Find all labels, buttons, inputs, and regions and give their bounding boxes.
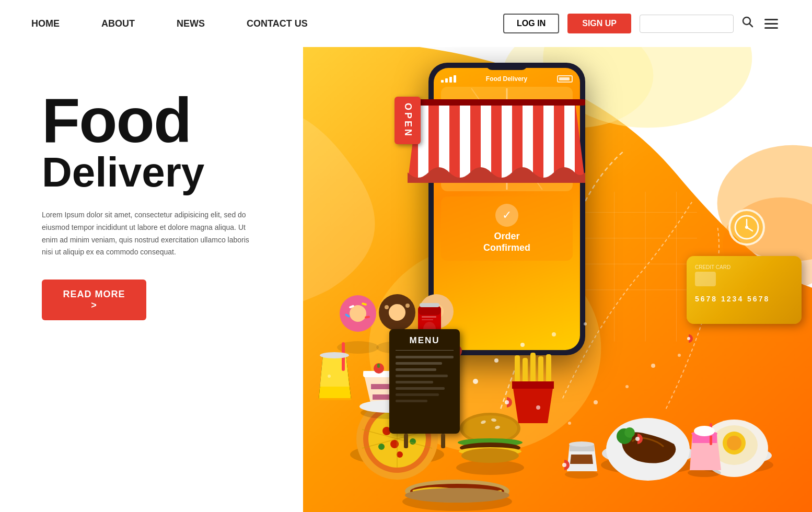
svg-point-129 <box>552 332 556 336</box>
phone-title-bar: Food Delivery <box>486 75 527 83</box>
phone-notch <box>486 63 528 70</box>
svg-point-109 <box>727 436 741 450</box>
read-more-button[interactable]: READ MORE > <box>42 280 146 320</box>
svg-point-80 <box>463 415 517 441</box>
svg-point-36 <box>378 444 385 450</box>
search-icon <box>742 16 753 28</box>
battery-icon <box>557 75 573 83</box>
menu-line-2 <box>764 23 778 25</box>
awning-svg <box>408 99 585 183</box>
order-confirmed-text: OrderConfirmed <box>448 231 565 253</box>
nav-right: LOG IN SIGN UP <box>503 14 781 33</box>
battery-fill <box>559 77 570 80</box>
steak-plate <box>601 418 695 481</box>
svg-point-124 <box>635 437 640 441</box>
svg-rect-59 <box>420 303 439 307</box>
svg-point-52 <box>385 305 389 309</box>
menu-line <box>396 381 433 383</box>
svg-point-133 <box>594 400 598 404</box>
svg-point-87 <box>461 448 519 463</box>
svg-point-116 <box>565 470 598 479</box>
hero-description: Lorem Ipsum dolor sit amet, consectetur … <box>42 209 261 259</box>
svg-point-120 <box>569 441 594 447</box>
bar3 <box>449 77 452 83</box>
hero-title-food: Food <box>42 89 272 152</box>
svg-point-125 <box>687 337 690 340</box>
signal-bars <box>441 75 456 83</box>
open-sign: OPEN <box>395 97 421 144</box>
hero-left: Food Delivery Lorem Ipsum dolor sit amet… <box>0 47 303 512</box>
hero-right: Food Delivery <box>303 47 812 512</box>
svg-marker-119 <box>570 455 593 464</box>
svg-point-69 <box>328 375 331 378</box>
nav-links: HOME ABOUT NEWS CONTACT US <box>31 18 308 29</box>
menu-line <box>396 362 442 365</box>
svg-point-127 <box>494 358 498 363</box>
svg-point-123 <box>562 463 566 467</box>
svg-point-131 <box>536 405 540 410</box>
menu-line <box>396 375 448 377</box>
svg-point-128 <box>520 343 525 347</box>
chip-icon <box>695 272 716 286</box>
menu-line <box>396 387 445 390</box>
svg-point-68 <box>320 352 349 358</box>
svg-point-122 <box>505 400 509 404</box>
svg-point-103 <box>624 427 635 438</box>
svg-point-98 <box>405 488 509 503</box>
nav-link-contact[interactable]: CONTACT US <box>247 18 308 29</box>
svg-marker-94 <box>512 381 554 389</box>
credit-card-label: CREDIT CARD <box>695 264 793 270</box>
svg-rect-24 <box>408 99 585 106</box>
bar1 <box>441 80 444 83</box>
svg-point-132 <box>568 422 571 425</box>
bar4 <box>454 75 456 83</box>
burger <box>456 413 524 475</box>
glow-dots <box>473 322 681 425</box>
menu-line <box>396 400 427 402</box>
svg-point-135 <box>651 364 655 368</box>
hero-title-delivery: Delivery <box>42 152 272 193</box>
navbar: HOME ABOUT NEWS CONTACT US LOG IN SIGN U… <box>0 0 812 47</box>
signup-button[interactable]: SIGN UP <box>567 14 631 33</box>
menu-board-leg <box>441 434 445 448</box>
svg-rect-66 <box>319 398 351 400</box>
nav-link-about[interactable]: ABOUT <box>101 18 135 29</box>
menu-line-1 <box>764 19 778 20</box>
credit-card: CREDIT CARD 5678 1234 5678 <box>687 256 802 324</box>
menu-board-title: MENU <box>396 335 454 351</box>
menu-board: MENU <box>389 329 460 434</box>
checkmark-icon: ✓ <box>495 204 518 227</box>
svg-point-126 <box>473 379 478 384</box>
svg-point-53 <box>405 304 410 308</box>
nav-link-news[interactable]: NEWS <box>177 18 205 29</box>
menu-line <box>396 356 454 358</box>
svg-point-136 <box>678 354 681 357</box>
menu-line-3 <box>764 27 778 29</box>
hotdog <box>402 480 512 511</box>
bar2 <box>445 78 448 83</box>
menu-line <box>396 368 436 371</box>
svg-point-130 <box>584 322 587 325</box>
svg-point-115 <box>694 426 715 436</box>
clock-icon <box>728 209 765 246</box>
svg-rect-76 <box>377 364 380 368</box>
svg-rect-60 <box>422 316 436 318</box>
menu-line <box>396 393 439 396</box>
svg-line-1 <box>749 24 752 27</box>
fries <box>512 353 554 423</box>
hamburger-menu-button[interactable] <box>762 14 781 33</box>
menu-board-leg <box>404 434 408 448</box>
awning <box>408 99 585 183</box>
search-icon-button[interactable] <box>742 16 753 31</box>
hero-section: Food Delivery Lorem Ipsum dolor sit amet… <box>0 47 812 512</box>
coffee-cup <box>565 441 598 479</box>
login-button[interactable]: LOG IN <box>503 14 559 33</box>
credit-card-number: 5678 1234 5678 <box>695 295 793 303</box>
phone-status-bar: Food Delivery <box>441 75 573 83</box>
search-input[interactable] <box>640 15 734 33</box>
svg-point-51 <box>389 304 405 321</box>
clock-svg <box>734 214 760 240</box>
svg-rect-61 <box>422 319 433 320</box>
nav-link-home[interactable]: HOME <box>31 18 60 29</box>
svg-point-38 <box>397 451 403 458</box>
